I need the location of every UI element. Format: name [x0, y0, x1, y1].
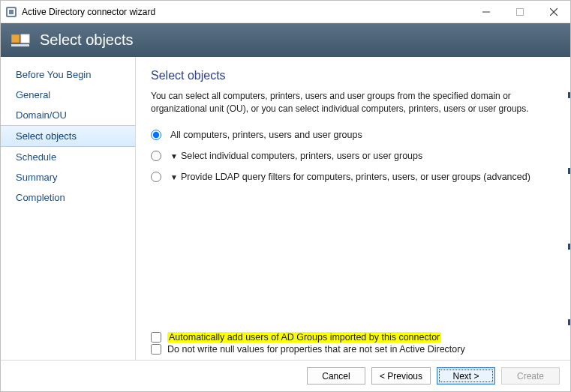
radio-input-2[interactable] [151, 172, 161, 182]
edge-marker [568, 319, 570, 325]
checkbox-label: Automatically add users of AD Groups imp… [167, 332, 441, 343]
svg-rect-9 [11, 44, 29, 46]
window-title: Active Directory connector wizard [22, 7, 155, 17]
checkbox-label: Do not write null values for properties … [167, 344, 465, 355]
options-group: Automatically add users of AD Groups imp… [151, 331, 560, 355]
sidebar-item-select-objects[interactable]: Select objects [1, 125, 135, 147]
close-button[interactable] [536, 1, 570, 22]
content-spacer [151, 182, 560, 331]
radio-option-0[interactable]: All computers, printers, users and user … [151, 130, 560, 140]
minimize-button[interactable] [469, 1, 503, 22]
edge-marker [568, 244, 570, 250]
radio-option-1[interactable]: ▼Select individual computers, printers, … [151, 151, 560, 161]
sidebar-item-before-you-begin[interactable]: Before You Begin [1, 64, 135, 85]
cancel-button[interactable]: Cancel [307, 367, 365, 385]
radio-input-1[interactable] [151, 151, 161, 161]
svg-rect-8 [21, 34, 29, 43]
content-description: You can select all computers, printers, … [151, 90, 560, 116]
radio-text: All computers, printers, users and user … [170, 130, 362, 140]
sidebar-item-domain-ou[interactable]: Domain/OU [1, 105, 135, 125]
checkbox-option-0[interactable]: Automatically add users of AD Groups imp… [151, 331, 560, 343]
app-icon [5, 6, 17, 18]
radio-label: ▼Select individual computers, printers, … [170, 151, 422, 161]
checkbox-option-1[interactable]: Do not write null values for properties … [151, 343, 560, 355]
titlebar: Active Directory connector wizard [1, 1, 570, 23]
window-controls [469, 1, 570, 22]
banner: Select objects [1, 23, 570, 57]
sidebar-item-schedule[interactable]: Schedule [1, 147, 135, 167]
chevron-down-icon: ▼ [170, 152, 178, 160]
radio-text: Provide LDAP query filters for computers… [181, 172, 530, 182]
svg-rect-7 [11, 34, 20, 43]
sidebar: Before You BeginGeneralDomain/OUSelect o… [1, 57, 136, 360]
svg-rect-4 [516, 8, 523, 15]
footer: Cancel < Previous Next > Create [1, 360, 570, 391]
radio-label: ▼Provide LDAP query filters for computer… [170, 172, 530, 182]
radio-label: All computers, printers, users and user … [170, 130, 362, 140]
create-button[interactable]: Create [501, 367, 560, 385]
previous-button[interactable]: < Previous [371, 367, 431, 385]
wizard-window: Active Directory connector wizard Select… [0, 0, 571, 392]
sidebar-item-completion[interactable]: Completion [1, 187, 135, 208]
checkbox-input-0[interactable] [151, 332, 161, 343]
svg-rect-2 [9, 10, 14, 14]
radio-input-0[interactable] [151, 130, 161, 140]
titlebar-left: Active Directory connector wizard [5, 6, 155, 18]
content-panel: Select objects You can select all comput… [136, 57, 570, 360]
selection-mode-group: All computers, printers, users and user … [151, 130, 560, 182]
content-title: Select objects [151, 69, 560, 82]
checkbox-input-1[interactable] [151, 344, 161, 355]
radio-option-2[interactable]: ▼Provide LDAP query filters for computer… [151, 172, 560, 182]
edge-marker [568, 92, 570, 98]
wizard-body: Before You BeginGeneralDomain/OUSelect o… [1, 57, 570, 360]
sidebar-item-summary[interactable]: Summary [1, 167, 135, 187]
right-edge-hints [568, 57, 570, 360]
maximize-button [503, 1, 536, 22]
banner-title: Select objects [40, 31, 134, 49]
sidebar-item-general[interactable]: General [1, 85, 135, 105]
chevron-down-icon: ▼ [170, 173, 178, 181]
next-button[interactable]: Next > [437, 367, 495, 385]
edge-marker [568, 168, 570, 174]
radio-text: Select individual computers, printers, u… [181, 151, 422, 161]
select-objects-icon [11, 32, 32, 49]
